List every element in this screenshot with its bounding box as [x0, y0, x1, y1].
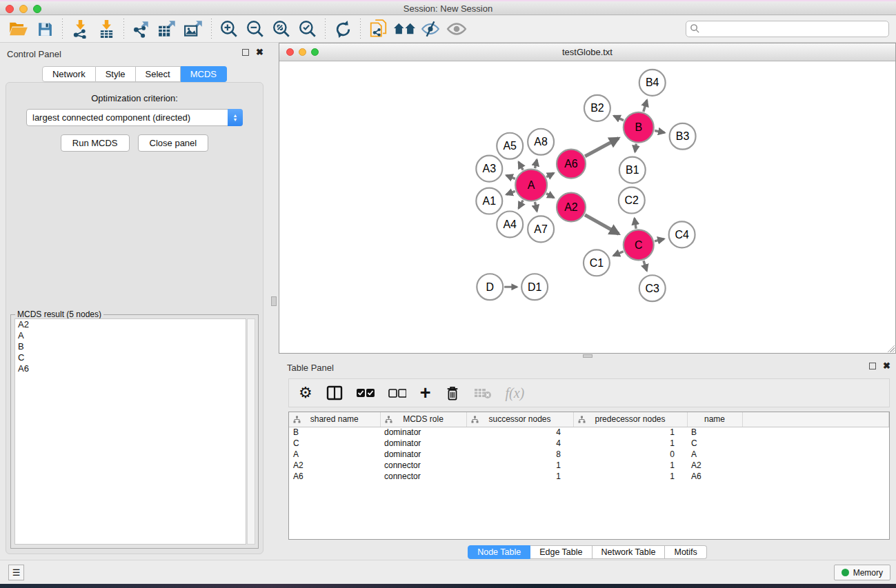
delete-column-button[interactable] [445, 383, 460, 403]
splitter-handle[interactable] [271, 296, 277, 306]
export-table-button[interactable] [155, 17, 181, 41]
network-canvas[interactable]: AA6A2BCA5A8A3A1A4A7B4B2B3B1C2C4C1C3DD1 [279, 61, 895, 353]
graph-edge[interactable] [535, 202, 537, 211]
table-row[interactable]: Cdominator41C [289, 438, 889, 449]
graph-node[interactable]: D [477, 274, 503, 300]
graph-node[interactable]: C4 [669, 221, 695, 247]
import-table-button[interactable] [93, 17, 119, 41]
tab-edge-table[interactable]: Edge Table [530, 545, 592, 559]
svg-text:A2: A2 [564, 201, 578, 213]
zoom-selected-button[interactable] [295, 17, 321, 41]
graph-node[interactable]: A [515, 170, 547, 201]
column-header[interactable]: predecessor nodes [573, 412, 687, 427]
column-header[interactable]: successor nodes [466, 412, 573, 427]
save-session-button[interactable] [32, 17, 58, 41]
tab-style[interactable]: Style [96, 66, 136, 82]
float-panel-icon[interactable] [242, 49, 249, 56]
graph-edge[interactable] [655, 131, 664, 133]
graph-node[interactable]: D1 [521, 274, 548, 300]
close-table-panel-icon[interactable]: ✖ [883, 363, 890, 369]
mcds-result-item[interactable]: A6 [15, 363, 246, 374]
show-columns-button[interactable] [326, 383, 343, 403]
zoom-in-button[interactable] [216, 17, 242, 41]
mcds-result-item[interactable]: A [15, 330, 246, 341]
graph-node[interactable]: A7 [528, 216, 554, 242]
close-panel-button[interactable]: Close panel [138, 134, 209, 152]
home-button[interactable] [391, 17, 417, 41]
table-row[interactable]: A2connector11A2 [289, 460, 889, 471]
search-input[interactable] [686, 21, 889, 37]
export-network-button[interactable] [128, 17, 155, 41]
graph-node[interactable]: A4 [497, 211, 523, 237]
graph-node[interactable]: B2 [584, 95, 610, 121]
graph-node[interactable]: A6 [557, 150, 586, 179]
graph-edge[interactable] [585, 215, 619, 234]
graph-edge[interactable] [519, 162, 523, 170]
graph-node[interactable]: C [624, 230, 654, 260]
zoom-fit-button[interactable] [268, 17, 295, 41]
graph-node[interactable]: B [624, 112, 654, 143]
graph-edge[interactable] [614, 116, 624, 121]
run-mcds-button[interactable]: Run MCDS [61, 134, 130, 152]
graph-node[interactable]: C3 [639, 275, 666, 301]
graph-node[interactable]: C2 [619, 187, 645, 214]
graph-edge[interactable] [546, 194, 554, 198]
tab-motifs[interactable]: Motifs [665, 545, 706, 559]
tab-network[interactable]: Network [42, 66, 96, 82]
graph-edge[interactable] [635, 143, 637, 152]
graph-node[interactable]: B1 [619, 157, 646, 183]
table-row[interactable]: Adominator80A [289, 449, 889, 460]
graph-edge[interactable] [635, 219, 636, 229]
graph-edge[interactable] [613, 252, 623, 256]
graph-node[interactable]: B3 [670, 123, 696, 150]
zoom-out-button[interactable] [242, 17, 268, 41]
float-table-panel-icon[interactable] [869, 363, 876, 369]
memory-button[interactable]: Memory [834, 565, 890, 580]
graph-node[interactable]: A5 [497, 133, 523, 159]
export-image-button[interactable] [181, 17, 207, 41]
panel-splitter[interactable] [269, 43, 279, 560]
mcds-result-item[interactable]: C [15, 352, 246, 363]
new-network-from-selection-button[interactable] [365, 17, 391, 41]
graph-edge[interactable] [644, 100, 647, 112]
window-resize-grip[interactable] [886, 343, 895, 352]
graph-node[interactable]: A8 [528, 129, 554, 155]
close-panel-icon[interactable]: ✖ [256, 49, 263, 56]
tab-mcds[interactable]: MCDS [181, 66, 227, 82]
mcds-result-item[interactable]: B [15, 341, 246, 352]
graph-node[interactable]: C1 [584, 250, 610, 276]
graph-edge[interactable] [644, 261, 647, 271]
table-settings-button[interactable]: ⚙ [299, 383, 312, 403]
task-history-button[interactable]: ☰ [8, 565, 24, 580]
graph-edge[interactable] [535, 160, 537, 169]
graph-edge[interactable] [506, 191, 515, 194]
open-file-button[interactable] [6, 17, 32, 41]
add-column-button[interactable]: + [420, 383, 431, 403]
column-header[interactable]: MCDS role [380, 412, 466, 427]
mcds-result-item[interactable]: A2 [15, 319, 246, 330]
tab-node-table[interactable]: Node Table [468, 545, 530, 559]
graph-node[interactable]: A3 [476, 156, 502, 182]
graph-edge[interactable] [519, 200, 523, 208]
graph-node[interactable]: B4 [639, 70, 666, 96]
select-all-rows-button[interactable] [357, 383, 375, 403]
hide-glasses-button[interactable] [417, 17, 444, 41]
graph-node[interactable]: A2 [557, 193, 586, 222]
deselect-all-rows-button[interactable] [388, 383, 406, 403]
tab-network-table[interactable]: Network Table [593, 545, 666, 559]
table-row[interactable]: Bdominator41B [289, 427, 889, 438]
criterion-select[interactable]: largest connected component (directed) ▲… [26, 109, 243, 126]
graph-node[interactable]: A1 [476, 188, 502, 214]
graph-edge[interactable] [506, 175, 515, 179]
graph-edge[interactable] [655, 239, 664, 241]
show-eye-button[interactable] [444, 17, 470, 41]
refresh-button[interactable] [330, 17, 356, 41]
table-row[interactable]: A6connector11A6 [289, 471, 889, 482]
list-scrollbar[interactable] [247, 318, 255, 545]
column-header[interactable]: shared name [289, 412, 380, 427]
tab-select[interactable]: Select [136, 66, 181, 82]
graph-edge[interactable] [585, 138, 619, 156]
graph-edge[interactable] [546, 173, 554, 177]
import-network-button[interactable] [67, 17, 93, 41]
column-header[interactable]: name [687, 412, 742, 427]
